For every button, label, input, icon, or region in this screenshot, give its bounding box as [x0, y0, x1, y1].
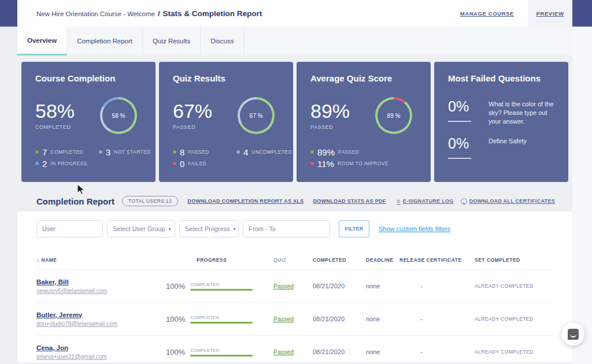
- legend-label: NOT STARTED: [114, 149, 150, 155]
- quiz-passed-link[interactable]: Passed: [273, 315, 313, 322]
- chat-bubble-icon: [568, 329, 579, 340]
- completed-date: 08/21/2020: [313, 348, 366, 355]
- legend: 7COMPLETED 2IN PROGRESS 3NOT STARTED: [35, 147, 142, 169]
- progress-bar: [190, 289, 253, 291]
- user-email-link[interactable]: newusrv5@telaniamail.com: [36, 288, 166, 294]
- report-title: Completion Report: [36, 196, 114, 206]
- legend-value: 7: [42, 147, 47, 157]
- legend-value: 11%: [317, 159, 334, 169]
- date-range-input[interactable]: [249, 225, 324, 232]
- download-pdf-link[interactable]: DOWNLOAD STATS AS PDF: [313, 198, 386, 204]
- progress-percent: 100%: [166, 282, 185, 291]
- card-most-failed-questions: Most Failed Questions 0% What is the col…: [434, 62, 568, 182]
- breadcrumb-divider: /: [158, 9, 160, 18]
- card-title: Most Failed Questions: [448, 73, 554, 83]
- donut-center-label: 67 %: [240, 99, 272, 132]
- legend-label: FAILED: [188, 161, 206, 166]
- progress-label: COMPLETED: [190, 282, 253, 287]
- legend: 89%PASSED 11%ROOM TO IMPROVE: [310, 147, 417, 169]
- download-xls-link[interactable]: DOWNLOAD COMPLETION REPORT AS XLS: [187, 198, 304, 204]
- download-all-certificates-link[interactable]: ↓DOWNLOAD ALL CERTIFICATES: [461, 198, 555, 205]
- donut-center-label: 89 %: [378, 99, 410, 132]
- user-email-link[interactable]: telania+user21@gmail.com: [36, 354, 166, 360]
- legend-label: ROOM TO IMPROVE: [338, 161, 388, 166]
- user-name-link[interactable]: Cena, Jon: [36, 344, 166, 351]
- progress-bar: [190, 322, 253, 324]
- progress-percent: 100%: [166, 315, 185, 324]
- legend-dot-not-started: [99, 150, 102, 154]
- average-score-percent: 89%: [310, 101, 350, 121]
- legend-label: PASSED: [188, 149, 209, 155]
- card-title: Course Completion: [35, 73, 142, 83]
- column-header-name[interactable]: ↓NAME: [36, 257, 166, 263]
- failed-question-percent: 0%: [448, 98, 484, 126]
- legend-label: IN PROGRESS: [50, 161, 87, 166]
- completed-date: 08/21/2020: [313, 283, 366, 289]
- user-name-link[interactable]: Butler, Jeremy: [36, 311, 166, 318]
- legend: 8PASSED 0FAILED 4UNCOMPLETED: [173, 147, 279, 169]
- preview-link[interactable]: PREVIEW: [536, 10, 564, 17]
- completion-report-table: ↓NAME PROGRESS QUIZ COMPLETED DEADLINE R…: [36, 250, 553, 364]
- legend-value: 3: [106, 147, 110, 157]
- show-custom-fields-filters-link[interactable]: Show custom fields filters: [379, 225, 450, 232]
- tab-completion-report[interactable]: Completion Report: [67, 27, 143, 55]
- donut-center-label: 58 %: [102, 99, 135, 132]
- quiz-results-donut: 67 %: [238, 97, 275, 134]
- card-quiz-results: Quiz Results 67% PASSED 67 % 8PASSED 0FA…: [159, 62, 293, 182]
- card-title: Quiz Results: [173, 73, 279, 83]
- list-icon: ≡: [397, 198, 401, 205]
- chat-launcher-button[interactable]: [561, 322, 584, 346]
- download-circle-icon: ↓: [461, 198, 467, 205]
- quiz-results-sublabel: PASSED: [173, 124, 212, 130]
- quiz-passed-link[interactable]: Passed: [273, 283, 313, 289]
- legend-dot-completed: [35, 150, 39, 154]
- chevron-down-icon: ▾: [234, 226, 236, 232]
- sort-down-icon: ↓: [36, 257, 40, 263]
- set-completed-value[interactable]: ALREADY COMPLETED: [475, 349, 553, 355]
- legend-dot-in-progress: [35, 162, 39, 165]
- progress-label: COMPLETED: [190, 348, 253, 353]
- total-users-badge: TOTAL USERS:12: [122, 196, 178, 206]
- course-completion-percent: 58%: [35, 101, 75, 121]
- card-title: Average Quiz Score: [310, 73, 417, 83]
- quiz-passed-link[interactable]: Passed: [273, 348, 313, 355]
- column-header-progress: PROGRESS: [166, 257, 273, 263]
- set-completed-value[interactable]: ALREADY COMPLETED: [475, 316, 553, 322]
- legend-dot-uncompleted: [236, 150, 240, 154]
- legend-dot-failed: [173, 162, 176, 165]
- table-row: Baker, Bill newusrv5@telaniamail.com 100…: [36, 270, 553, 303]
- breadcrumb-course-name[interactable]: New Hire Orientation Course - Welcome: [36, 10, 155, 17]
- progress-select[interactable]: Select Progress▾: [179, 220, 239, 237]
- course-completion-donut: 58 %: [100, 97, 137, 134]
- legend-dot-room-to-improve: [310, 162, 314, 165]
- failed-question-percent: 0%: [448, 135, 484, 159]
- filter-button[interactable]: FILTER: [339, 220, 369, 237]
- user-name-link[interactable]: Baker, Bill: [36, 278, 166, 285]
- release-certificate-value: -: [399, 283, 475, 289]
- deadline-value: none: [366, 348, 399, 355]
- legend-label: PASSED: [338, 149, 359, 155]
- completed-date: 08/21/2020: [313, 315, 366, 322]
- legend-label: COMPLETED: [50, 149, 83, 155]
- user-email-link[interactable]: don+studio78@telaniamail.com: [36, 321, 166, 327]
- manage-course-link[interactable]: MANAGE COURSE: [460, 10, 514, 17]
- user-group-select[interactable]: Select User Group▾: [107, 220, 175, 237]
- chevron-down-icon: ▾: [168, 226, 171, 232]
- tab-quiz-results[interactable]: Quiz Results: [143, 27, 201, 55]
- set-completed-value[interactable]: ALREADY COMPLETED: [475, 283, 553, 289]
- table-header-row: ↓NAME PROGRESS QUIZ COMPLETED DEADLINE R…: [36, 250, 553, 270]
- deadline-value: none: [366, 283, 399, 289]
- esignature-log-link[interactable]: ≡E-SIGNATURE LOG: [397, 198, 454, 205]
- filter-bar: Select User Group▾ Select Progress▾ FILT…: [36, 220, 553, 237]
- esignature-log-label: E-SIGNATURE LOG: [403, 198, 454, 204]
- legend-value: 8: [180, 147, 184, 157]
- tab-discuss[interactable]: Discuss: [201, 27, 244, 55]
- legend-label: UNCOMPLETED: [251, 149, 292, 155]
- tab-overview[interactable]: Overview: [17, 27, 67, 55]
- download-certificates-label: DOWNLOAD ALL CERTIFICATES: [469, 198, 555, 204]
- user-filter-input[interactable]: [42, 225, 97, 232]
- user-filter-field: [36, 220, 103, 237]
- completion-report-panel: Select User Group▾ Select Progress▾ FILT…: [17, 211, 572, 362]
- progress-percent: 100%: [166, 348, 185, 356]
- top-bar: New Hire Orientation Course - Welcome / …: [0, 0, 592, 27]
